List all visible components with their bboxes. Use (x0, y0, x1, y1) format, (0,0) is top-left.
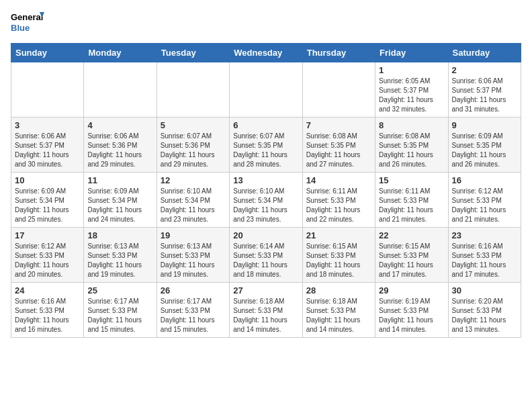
day-info: Sunrise: 6:12 AM Sunset: 5:33 PM Dayligh… (452, 187, 517, 224)
calendar-day-cell: 20Sunrise: 6:14 AM Sunset: 5:33 PM Dayli… (230, 228, 302, 283)
svg-text:General: General (11, 12, 43, 22)
day-info: Sunrise: 6:06 AM Sunset: 5:37 PM Dayligh… (452, 77, 517, 114)
calendar-day-cell: 18Sunrise: 6:13 AM Sunset: 5:33 PM Dayli… (84, 228, 157, 283)
calendar-day-cell: 6Sunrise: 6:07 AM Sunset: 5:35 PM Daylig… (230, 118, 302, 173)
day-number: 7 (306, 120, 371, 130)
calendar-day-cell: 13Sunrise: 6:10 AM Sunset: 5:34 PM Dayli… (230, 173, 302, 228)
calendar-day-cell: 11Sunrise: 6:09 AM Sunset: 5:34 PM Dayli… (84, 173, 157, 228)
day-number: 27 (233, 285, 298, 295)
day-number: 2 (452, 65, 517, 75)
weekday-header-cell: Tuesday (157, 44, 229, 62)
day-info: Sunrise: 6:18 AM Sunset: 5:33 PM Dayligh… (306, 297, 371, 334)
calendar-day-cell: 5Sunrise: 6:07 AM Sunset: 5:36 PM Daylig… (157, 118, 229, 173)
day-info: Sunrise: 6:07 AM Sunset: 5:36 PM Dayligh… (161, 132, 226, 169)
calendar-week-row: 10Sunrise: 6:09 AM Sunset: 5:34 PM Dayli… (11, 173, 521, 228)
weekday-header-cell: Thursday (302, 44, 375, 62)
weekday-header-cell: Monday (84, 44, 157, 62)
calendar-day-cell: 26Sunrise: 6:17 AM Sunset: 5:33 PM Dayli… (157, 283, 229, 338)
calendar-day-cell: 27Sunrise: 6:18 AM Sunset: 5:33 PM Dayli… (230, 283, 302, 338)
calendar-day-cell: 21Sunrise: 6:15 AM Sunset: 5:33 PM Dayli… (302, 228, 375, 283)
calendar-day-cell: 8Sunrise: 6:08 AM Sunset: 5:35 PM Daylig… (375, 118, 448, 173)
day-number: 11 (87, 175, 152, 185)
calendar: SundayMondayTuesdayWednesdayThursdayFrid… (11, 43, 521, 338)
calendar-day-cell (230, 62, 302, 118)
calendar-day-cell: 10Sunrise: 6:09 AM Sunset: 5:34 PM Dayli… (11, 173, 84, 228)
calendar-day-cell (302, 62, 375, 118)
calendar-week-row: 17Sunrise: 6:12 AM Sunset: 5:33 PM Dayli… (11, 228, 521, 283)
calendar-day-cell: 19Sunrise: 6:13 AM Sunset: 5:33 PM Dayli… (157, 228, 229, 283)
day-number: 25 (87, 285, 152, 295)
day-info: Sunrise: 6:15 AM Sunset: 5:33 PM Dayligh… (306, 242, 371, 279)
weekday-header-cell: Friday (375, 44, 448, 62)
calendar-day-cell: 7Sunrise: 6:08 AM Sunset: 5:35 PM Daylig… (302, 118, 375, 173)
calendar-week-row: 24Sunrise: 6:16 AM Sunset: 5:33 PM Dayli… (11, 283, 521, 338)
day-info: Sunrise: 6:07 AM Sunset: 5:35 PM Dayligh… (233, 132, 298, 169)
calendar-day-cell: 25Sunrise: 6:17 AM Sunset: 5:33 PM Dayli… (84, 283, 157, 338)
day-info: Sunrise: 6:13 AM Sunset: 5:33 PM Dayligh… (161, 242, 226, 279)
calendar-day-cell: 16Sunrise: 6:12 AM Sunset: 5:33 PM Dayli… (448, 173, 521, 228)
day-info: Sunrise: 6:09 AM Sunset: 5:35 PM Dayligh… (452, 132, 517, 169)
day-number: 23 (452, 230, 517, 240)
calendar-day-cell: 12Sunrise: 6:10 AM Sunset: 5:34 PM Dayli… (157, 173, 229, 228)
day-info: Sunrise: 6:09 AM Sunset: 5:34 PM Dayligh… (15, 187, 80, 224)
calendar-day-cell: 3Sunrise: 6:06 AM Sunset: 5:37 PM Daylig… (11, 118, 84, 173)
day-number: 9 (452, 120, 517, 130)
day-number: 21 (306, 230, 371, 240)
day-info: Sunrise: 6:20 AM Sunset: 5:33 PM Dayligh… (452, 297, 517, 334)
day-info: Sunrise: 6:13 AM Sunset: 5:33 PM Dayligh… (87, 242, 152, 279)
day-number: 26 (161, 285, 226, 295)
day-number: 19 (161, 230, 226, 240)
header: General Blue (11, 11, 521, 36)
day-info: Sunrise: 6:10 AM Sunset: 5:34 PM Dayligh… (233, 187, 298, 224)
calendar-day-cell (11, 62, 84, 118)
day-info: Sunrise: 6:11 AM Sunset: 5:33 PM Dayligh… (379, 187, 444, 224)
logo-svg: General Blue (11, 11, 44, 36)
day-info: Sunrise: 6:06 AM Sunset: 5:37 PM Dayligh… (15, 132, 80, 169)
calendar-day-cell: 14Sunrise: 6:11 AM Sunset: 5:33 PM Dayli… (302, 173, 375, 228)
weekday-header-cell: Sunday (11, 44, 84, 62)
calendar-day-cell (157, 62, 229, 118)
day-number: 13 (233, 175, 298, 185)
calendar-day-cell: 30Sunrise: 6:20 AM Sunset: 5:33 PM Dayli… (448, 283, 521, 338)
calendar-week-row: 1Sunrise: 6:05 AM Sunset: 5:37 PM Daylig… (11, 62, 521, 118)
calendar-day-cell: 24Sunrise: 6:16 AM Sunset: 5:33 PM Dayli… (11, 283, 84, 338)
day-number: 30 (452, 285, 517, 295)
calendar-day-cell: 1Sunrise: 6:05 AM Sunset: 5:37 PM Daylig… (375, 62, 448, 118)
calendar-day-cell: 22Sunrise: 6:15 AM Sunset: 5:33 PM Dayli… (375, 228, 448, 283)
day-info: Sunrise: 6:17 AM Sunset: 5:33 PM Dayligh… (87, 297, 152, 334)
day-info: Sunrise: 6:18 AM Sunset: 5:33 PM Dayligh… (233, 297, 298, 334)
day-number: 4 (87, 120, 152, 130)
day-info: Sunrise: 6:06 AM Sunset: 5:36 PM Dayligh… (87, 132, 152, 169)
day-number: 10 (15, 175, 80, 185)
calendar-week-row: 3Sunrise: 6:06 AM Sunset: 5:37 PM Daylig… (11, 118, 521, 173)
calendar-day-cell: 29Sunrise: 6:19 AM Sunset: 5:33 PM Dayli… (375, 283, 448, 338)
calendar-body: 1Sunrise: 6:05 AM Sunset: 5:37 PM Daylig… (11, 62, 521, 338)
day-info: Sunrise: 6:12 AM Sunset: 5:33 PM Dayligh… (15, 242, 80, 279)
day-number: 8 (379, 120, 444, 130)
day-info: Sunrise: 6:19 AM Sunset: 5:33 PM Dayligh… (379, 297, 444, 334)
calendar-day-cell: 4Sunrise: 6:06 AM Sunset: 5:36 PM Daylig… (84, 118, 157, 173)
page: General Blue SundayMondayTuesdayWednesda… (0, 0, 532, 349)
calendar-day-cell: 9Sunrise: 6:09 AM Sunset: 5:35 PM Daylig… (448, 118, 521, 173)
day-number: 17 (15, 230, 80, 240)
day-number: 16 (452, 175, 517, 185)
day-info: Sunrise: 6:11 AM Sunset: 5:33 PM Dayligh… (306, 187, 371, 224)
weekday-header-cell: Wednesday (230, 44, 302, 62)
day-number: 5 (161, 120, 226, 130)
day-info: Sunrise: 6:14 AM Sunset: 5:33 PM Dayligh… (233, 242, 298, 279)
day-number: 3 (15, 120, 80, 130)
svg-text:Blue: Blue (11, 23, 30, 33)
day-number: 6 (233, 120, 298, 130)
day-number: 18 (87, 230, 152, 240)
day-number: 24 (15, 285, 80, 295)
day-info: Sunrise: 6:09 AM Sunset: 5:34 PM Dayligh… (87, 187, 152, 224)
day-number: 1 (379, 65, 444, 75)
day-info: Sunrise: 6:17 AM Sunset: 5:33 PM Dayligh… (161, 297, 226, 334)
calendar-day-cell: 17Sunrise: 6:12 AM Sunset: 5:33 PM Dayli… (11, 228, 84, 283)
calendar-day-cell: 2Sunrise: 6:06 AM Sunset: 5:37 PM Daylig… (448, 62, 521, 118)
day-number: 14 (306, 175, 371, 185)
day-number: 20 (233, 230, 298, 240)
day-info: Sunrise: 6:05 AM Sunset: 5:37 PM Dayligh… (379, 77, 444, 114)
day-info: Sunrise: 6:10 AM Sunset: 5:34 PM Dayligh… (161, 187, 226, 224)
day-info: Sunrise: 6:08 AM Sunset: 5:35 PM Dayligh… (306, 132, 371, 169)
